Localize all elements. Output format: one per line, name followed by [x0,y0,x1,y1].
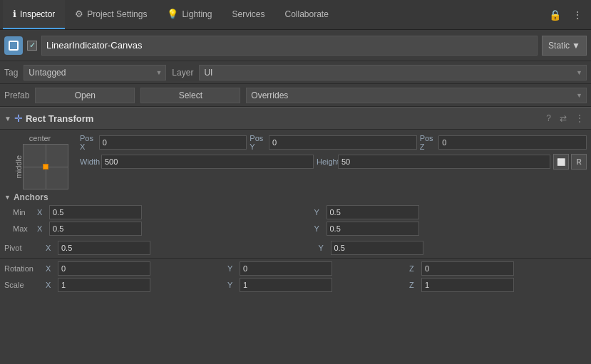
anchors-min-label: Min [13,208,33,217]
lock-button[interactable]: 🔒 [543,6,567,24]
anchors-max-y: Y [314,222,587,236]
static-button[interactable]: Static ▼ [542,36,587,56]
active-checkbox[interactable] [27,41,37,51]
prefab-open-button[interactable]: Open [35,88,135,103]
anchors-section: ▼ Anchors Min X Y Max X Y [0,189,591,241]
go-icon-shape [9,41,19,51]
scale-x-label: X [46,281,56,289]
rot-z: Z [409,261,587,276]
rot-z-label: Z [409,264,419,273]
scale-x-input[interactable] [58,278,150,292]
tab-inspector-label: Inspector [20,9,55,19]
gear-icon: ⚙ [75,9,83,19]
prefab-overrides-dropdown[interactable]: Overrides ▼ [246,88,587,103]
anchor-box[interactable] [23,144,68,189]
lighting-icon: 💡 [167,9,178,19]
layer-dropdown[interactable]: UI ▼ [199,65,587,80]
pos-z-input[interactable] [438,135,587,150]
anchors-max-row: Max X Y [4,222,587,236]
pos-x-input[interactable] [99,135,247,150]
pos-z-cell: Pos Z [420,134,587,151]
help-button[interactable]: ? [543,112,554,125]
pivot-label: Pivot [4,244,41,252]
rot-x: X [46,261,223,276]
blueprint-button[interactable]: ⬜ [553,154,569,170]
tag-dropdown[interactable]: Untagged ▼ [24,65,166,80]
pivot-x: X [46,241,314,255]
tag-layer-row: Tag Untagged ▼ Layer UI ▼ [0,61,591,84]
tag-label: Tag [4,68,18,78]
height-cell: Height [317,155,550,169]
tab-project-settings-label: Project Settings [87,9,147,19]
section-menu-button[interactable]: ⋮ [572,112,587,125]
pos-z-label: Pos Z [420,134,438,151]
pos-y-cell: Pos Y [250,134,416,151]
prefab-label: Prefab [4,90,29,100]
rot-x-input[interactable] [58,261,150,276]
blueprint-r-area: ⬜ R [553,154,587,170]
rect-transform-section-header[interactable]: ▼ ✛ Rect Transform ? ⇄ ⋮ [0,107,591,130]
min-y-label: Y [314,208,324,217]
gameobject-icon [4,36,23,55]
tab-services[interactable]: Services [222,0,274,29]
min-y-input[interactable] [327,205,419,219]
rect-transform-content: center middle Pos X Pos Y Pos Z [0,130,591,189]
static-arrow-icon: ▼ [572,41,580,51]
pivot-row: Pivot X Y [0,241,591,255]
anchor-diagram-box-wrap: middle [11,144,68,189]
pos-y-input[interactable] [269,135,417,150]
gameobject-header: Static ▼ [0,30,591,61]
section-collapse-arrow: ▼ [4,115,11,123]
tag-value: Untagged [29,68,66,78]
pos-row: Pos X Pos Y Pos Z [80,134,587,151]
pivot-x-label: X [46,244,56,252]
rot-y-input[interactable] [240,261,332,276]
anchors-header[interactable]: ▼ Anchors [4,192,587,202]
divider-1 [0,258,591,259]
min-x-label: X [37,208,47,217]
width-input[interactable] [101,155,314,169]
pivot-y-label: Y [319,244,329,252]
anchors-title: Anchors [14,192,48,202]
tab-inspector[interactable]: ℹ Inspector [3,0,65,29]
pivot-y: Y [319,241,587,255]
scale-x: X [46,278,223,292]
pos-x-cell: Pos X [80,134,247,151]
prefab-select-button[interactable]: Select [140,88,240,103]
prefab-row: Prefab Open Select Overrides ▼ [0,84,591,107]
pos-x-label: Pos X [80,134,98,151]
min-x-input[interactable] [49,205,142,219]
layer-value: UI [204,68,212,78]
section-actions: ? ⇄ ⋮ [543,112,587,125]
anchors-min-x: X [37,205,310,219]
r-button[interactable]: R [571,154,587,170]
scale-y-label: Y [227,281,237,289]
tab-menu-button[interactable]: ⋮ [567,6,588,24]
tab-services-label: Services [232,9,264,19]
rotation-label: Rotation [4,264,41,273]
overrides-arrow: ▼ [576,92,582,99]
pivot-x-input[interactable] [58,241,150,255]
rot-z-input[interactable] [421,261,514,276]
anchor-diagram: center middle [4,134,76,189]
tab-project-settings[interactable]: ⚙ Project Settings [65,0,157,29]
scale-z-input[interactable] [421,278,514,292]
max-x-label: X [37,224,47,233]
wh-row: Width Height ⬜ R [80,154,587,170]
anchor-center-dot [43,164,48,170]
height-input[interactable] [338,155,550,169]
gameobject-name-input[interactable] [41,36,538,56]
anchors-collapse-arrow: ▼ [4,194,11,201]
max-x-input[interactable] [49,222,142,236]
tab-bar: ℹ Inspector ⚙ Project Settings 💡 Lightin… [0,0,591,30]
max-y-input[interactable] [327,222,419,236]
settings-button[interactable]: ⇄ [557,112,570,125]
scale-z: Z [409,278,587,292]
anchors-max-x: X [37,222,310,236]
tab-collaborate-label: Collaborate [284,9,328,19]
anchor-side-label: middle [11,155,23,178]
tab-collaborate[interactable]: Collaborate [274,0,338,29]
scale-y-input[interactable] [240,278,332,292]
pivot-y-input[interactable] [331,241,423,255]
tab-lighting[interactable]: 💡 Lighting [157,0,222,29]
